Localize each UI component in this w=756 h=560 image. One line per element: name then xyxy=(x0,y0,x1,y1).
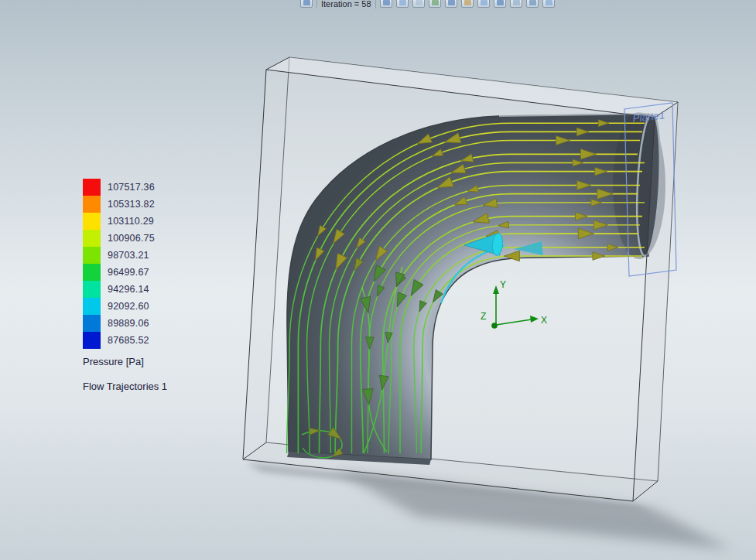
view-orientation-icon[interactable] xyxy=(445,0,457,8)
legend-swatch[interactable] xyxy=(83,230,101,247)
legend-title: Pressure [Pa] xyxy=(83,356,167,367)
edit-appearance-icon[interactable] xyxy=(494,0,506,8)
legend-row: 94296.14 xyxy=(83,281,167,298)
legend-row: 100906.75 xyxy=(83,230,167,247)
toolbar-separator xyxy=(375,0,376,9)
view-settings-icon[interactable] xyxy=(526,0,539,8)
legend-row: 103110.29 xyxy=(83,213,167,230)
legend-value: 92092.60 xyxy=(108,301,149,312)
z-axis-dot xyxy=(491,323,498,329)
zoom-fit-icon[interactable] xyxy=(380,0,392,8)
x-axis-label: X xyxy=(541,315,547,326)
rotate-view-icon[interactable] xyxy=(542,0,555,8)
bounding-box-front xyxy=(243,57,678,501)
legend-swatch[interactable] xyxy=(83,213,101,230)
display-style-icon[interactable] xyxy=(461,0,474,8)
previous-view-icon[interactable] xyxy=(412,0,425,8)
legend-swatch[interactable] xyxy=(83,315,101,332)
legend-swatch[interactable] xyxy=(83,264,101,281)
legend-swatch[interactable] xyxy=(83,332,101,349)
heads-up-toolbar: Iteration = 58 xyxy=(300,0,555,9)
legend-subtitle: Flow Trajectories 1 xyxy=(83,381,167,392)
legend-scale[interactable]: 107517.36105313.82103110.29100906.759870… xyxy=(83,179,167,349)
toolbar-separator xyxy=(316,0,317,9)
legend-row: 96499.67 xyxy=(83,264,167,281)
legend-value: 96499.67 xyxy=(108,267,149,278)
legend-swatch[interactable] xyxy=(83,281,101,298)
legend-value: 87685.52 xyxy=(108,335,149,346)
apply-scene-icon[interactable] xyxy=(510,0,522,8)
legend-swatch[interactable] xyxy=(83,298,101,315)
z-axis-label: Z xyxy=(481,311,486,322)
legend-value: 107517.36 xyxy=(108,182,155,193)
iteration-status: Iteration = 58 xyxy=(321,0,371,9)
legend-row: 105313.82 xyxy=(83,196,167,213)
legend-value: 100906.75 xyxy=(108,233,155,244)
section-view-icon[interactable] xyxy=(429,0,441,8)
legend-row: 87685.52 xyxy=(83,332,167,349)
legend-row: 89889.06 xyxy=(83,315,167,332)
color-legend[interactable]: 107517.36105313.82103110.29100906.759870… xyxy=(83,179,167,392)
legend-row: 107517.36 xyxy=(83,179,167,196)
legend-value: 103110.29 xyxy=(108,216,154,227)
hide-show-items-icon[interactable] xyxy=(477,0,490,8)
legend-row: 92092.60 xyxy=(83,298,167,315)
legend-row: 98703.21 xyxy=(83,247,167,264)
legend-swatch[interactable] xyxy=(83,179,101,196)
legend-swatch[interactable] xyxy=(83,196,101,213)
zoom-icon[interactable] xyxy=(300,0,313,8)
legend-value: 94296.14 xyxy=(108,284,149,295)
legend-value: 105313.82 xyxy=(108,199,155,210)
zoom-area-icon[interactable] xyxy=(396,0,409,8)
legend-value: 98703.21 xyxy=(108,250,149,261)
y-axis-label: Y xyxy=(500,279,506,290)
legend-value: 89889.06 xyxy=(108,318,149,329)
graphics-viewport[interactable]: Plane1 X Y Z Iteration = 58 107517.36105… xyxy=(0,0,756,560)
legend-swatch[interactable] xyxy=(83,247,101,264)
